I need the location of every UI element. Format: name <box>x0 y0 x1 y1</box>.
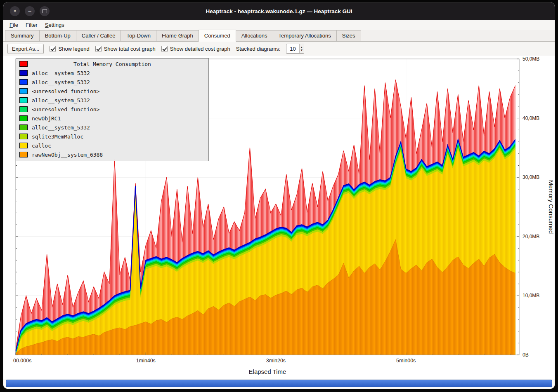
chart-legend: Total Memory Consumptionalloc__system_53… <box>16 58 209 161</box>
legend-item: alloc__system_5332 <box>16 96 208 105</box>
legend-title: Total Memory Consumption <box>73 61 151 67</box>
tab-top-down[interactable]: Top-Down <box>121 30 156 41</box>
legend-item-label: alloc__system_5332 <box>32 124 90 131</box>
menubar: FileFilterSettings <box>3 20 555 30</box>
y-tick-label: 10,0MB <box>523 293 539 298</box>
checkbox-label: Show legend <box>58 46 89 52</box>
legend-color-swatch <box>19 61 28 67</box>
minimize-icon: – <box>28 7 31 16</box>
legend-item-label: sqlite3MemMalloc <box>32 134 83 140</box>
legend-item-label: newObjRC1 <box>32 115 61 122</box>
legend-color-swatch <box>19 97 28 103</box>
tabbar: SummaryBottom-UpCaller / CalleeTop-DownF… <box>3 30 555 42</box>
legend-item: calloc <box>16 141 208 150</box>
toolbar-checkboxes: Show legendShow total cost graphShow det… <box>50 46 230 52</box>
checkbox-box[interactable] <box>161 46 168 52</box>
legend-item-label: <unresolved function> <box>32 88 99 94</box>
y-tick-label: 40,0MB <box>523 115 539 121</box>
y-tick-label: 20,0MB <box>523 234 539 239</box>
tab-consumed[interactable]: Consumed <box>199 30 236 42</box>
legend-item: alloc__system_5332 <box>16 123 208 132</box>
menu-mnemonic: F <box>9 22 13 28</box>
legend-item-label: alloc__system_5332 <box>32 70 90 76</box>
checkbox-show-legend[interactable]: Show legend <box>50 46 89 52</box>
legend-color-swatch <box>19 152 28 157</box>
x-tick-label: 00.000s <box>13 358 31 364</box>
menu-item-label: ile <box>13 22 18 28</box>
legend-item: rawNewObj__system_6388 <box>16 150 208 159</box>
y-tick-label: 50,0MB <box>523 56 539 62</box>
timeline-slider-track <box>3 379 555 389</box>
window-controls: × – <box>10 6 50 16</box>
menu-mnemonic: S <box>45 22 49 28</box>
legend-color-swatch <box>19 143 28 148</box>
x-axis-title: Elapsed Time <box>249 368 286 375</box>
stacked-diagrams-spinbox[interactable]: 10 ▴ ▾ <box>286 44 304 54</box>
y-axis-title: Memory Consumed <box>548 180 555 234</box>
legend-item: alloc__system_5332 <box>16 77 208 87</box>
menu-item-filter[interactable]: Filter <box>22 21 41 29</box>
app-window: × – Heaptrack - heaptrack.wakunode.1.gz … <box>3 2 555 389</box>
spinbox-arrows[interactable]: ▴ ▾ <box>299 44 304 53</box>
close-icon: × <box>13 7 17 16</box>
tab-caller-callee[interactable]: Caller / Callee <box>76 30 121 41</box>
x-tick-label: 1min40s <box>136 358 156 364</box>
legend-item: newObjRC1 <box>16 114 208 123</box>
minimize-button[interactable]: – <box>25 6 35 16</box>
checkbox-box[interactable] <box>50 46 56 52</box>
legend-title-row: Total Memory Consumption <box>16 59 208 68</box>
legend-item: alloc__system_5332 <box>16 68 208 77</box>
legend-item-label: rawNewObj__system_6388 <box>32 152 103 158</box>
menu-item-file[interactable]: File <box>6 21 22 29</box>
legend-color-swatch <box>19 134 28 139</box>
legend-item-label: <unresolved function> <box>32 106 99 113</box>
checkbox-label: Show detailed cost graph <box>170 46 230 52</box>
export-as-button[interactable]: Export As... <box>7 44 44 54</box>
legend-item: <unresolved function> <box>16 87 208 96</box>
legend-color-swatch <box>19 88 28 94</box>
maximize-button[interactable] <box>40 6 50 16</box>
x-tick-label: 3min20s <box>266 358 286 364</box>
x-tick-label: 5min00s <box>396 358 416 364</box>
spinbox-value: 10 <box>286 44 299 53</box>
legend-item: <unresolved function> <box>16 105 208 114</box>
menu-item-settings[interactable]: Settings <box>41 21 68 29</box>
y-tick-label: 30,0MB <box>523 174 539 180</box>
y-tick-label: 0B <box>523 352 529 358</box>
legend-item-label: alloc__system_5332 <box>32 79 90 85</box>
menu-item-label: Filter <box>26 22 38 28</box>
legend-color-swatch <box>19 70 28 76</box>
tab-bottom-up[interactable]: Bottom-Up <box>39 30 76 41</box>
maximize-icon <box>43 9 47 13</box>
tab-flame-graph[interactable]: Flame Graph <box>156 30 199 41</box>
tab-summary[interactable]: Summary <box>5 30 40 41</box>
legend-item-label: calloc <box>32 143 51 149</box>
memory-consumed-chart[interactable]: 0B10,0MB20,0MB30,0MB40,0MB50,0MB00.000s1… <box>3 56 555 379</box>
tab-sizes[interactable]: Sizes <box>336 30 361 41</box>
toolbar: Export As... Show legendShow total cost … <box>3 42 555 56</box>
stacked-diagrams-label: Stacked diagrams: <box>236 46 281 52</box>
legend-item-label: alloc__system_5332 <box>32 97 90 103</box>
window-title: Heaptrack - heaptrack.wakunode.1.gz — He… <box>3 8 555 14</box>
timeline-slider[interactable] <box>6 380 552 387</box>
legend-item: sqlite3MemMalloc <box>16 132 208 141</box>
legend-color-swatch <box>19 115 28 121</box>
tab-temporary-allocations[interactable]: Temporary Allocations <box>273 30 337 41</box>
checkbox-show-total-cost-graph[interactable]: Show total cost graph <box>95 46 156 52</box>
menu-item-label: ettings <box>49 22 64 28</box>
checkbox-label: Show total cost graph <box>104 46 156 52</box>
spin-down-icon[interactable]: ▾ <box>301 49 303 52</box>
checkbox-show-detailed-cost-graph[interactable]: Show detailed cost graph <box>161 46 230 52</box>
tab-allocations[interactable]: Allocations <box>236 30 273 41</box>
titlebar: × – Heaptrack - heaptrack.wakunode.1.gz … <box>3 2 555 20</box>
checkbox-box[interactable] <box>95 46 102 52</box>
legend-color-swatch <box>19 79 28 85</box>
legend-color-swatch <box>19 106 28 112</box>
close-button[interactable]: × <box>10 6 20 16</box>
legend-color-swatch <box>19 124 28 130</box>
